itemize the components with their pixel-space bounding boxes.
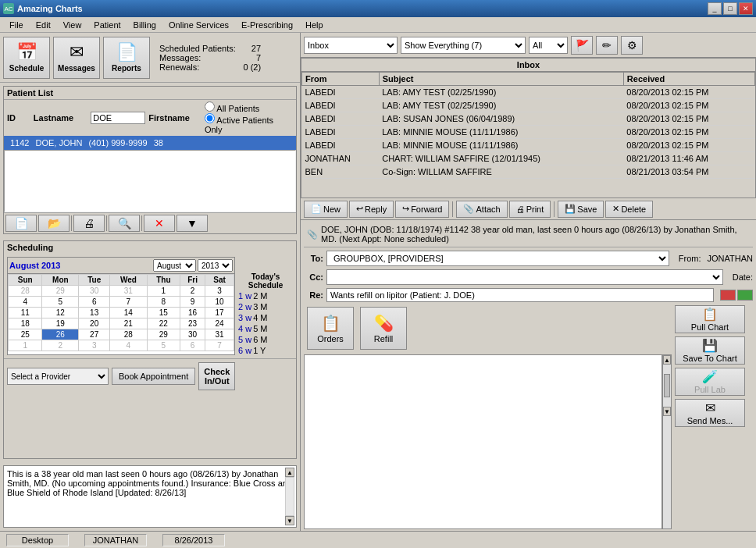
cc-select[interactable] xyxy=(326,269,723,285)
cal-day[interactable]: 23 xyxy=(180,318,205,329)
inbox-row[interactable]: LABEDILAB: MINNIE MOUSE (11/11/1986)08/2… xyxy=(302,139,755,152)
new-message-button[interactable]: 📄 New xyxy=(304,201,348,218)
cal-day[interactable]: 26 xyxy=(42,329,79,340)
color-green[interactable] xyxy=(737,290,753,301)
cal-day[interactable]: 29 xyxy=(42,286,79,297)
cal-day[interactable]: 10 xyxy=(205,297,234,308)
inbox-row[interactable]: BENCo-Sign: WILLIAM SAFFIRE08/21/2013 03… xyxy=(302,165,755,179)
print-button[interactable]: 🖨 Print xyxy=(509,201,551,218)
refill-button[interactable]: 💊 Refill xyxy=(360,307,407,350)
attach-button[interactable]: 📎 Attach xyxy=(456,201,507,218)
cal-day[interactable]: 5 xyxy=(147,340,180,351)
body-scroll-down[interactable]: ▼ xyxy=(663,407,671,416)
pl-delete-button[interactable]: ✕ xyxy=(144,215,175,232)
cal-day[interactable]: 1 xyxy=(147,286,180,297)
inbox-row[interactable]: LABEDILAB: AMY TEST (02/25/1990)08/20/20… xyxy=(302,86,755,99)
menu-patient[interactable]: Patient xyxy=(87,19,127,31)
cal-day[interactable]: 13 xyxy=(79,308,110,318)
attach-small-button[interactable]: 📎 xyxy=(307,230,318,240)
checkin-button[interactable]: CheckIn/Out xyxy=(198,362,235,390)
color-red[interactable] xyxy=(720,290,736,301)
pull-lab-button[interactable]: 🧪 Pull Lab xyxy=(675,368,745,396)
cal-day[interactable]: 31 xyxy=(205,329,234,340)
cal-day[interactable]: 7 xyxy=(110,297,148,308)
cal-day[interactable]: 28 xyxy=(110,329,148,340)
cal-day[interactable]: 9 xyxy=(180,297,205,308)
body-scroll-thumb[interactable] xyxy=(664,374,670,397)
patient-info-scrollbar[interactable]: ▲ ▼ xyxy=(285,468,294,525)
cal-month-select[interactable]: August xyxy=(153,259,196,272)
cal-day[interactable]: 2 xyxy=(42,340,79,351)
cal-day[interactable]: 6 xyxy=(79,297,110,308)
all-patients-radio-label[interactable]: All Patients xyxy=(205,101,293,113)
cal-day[interactable]: 31 xyxy=(110,286,148,297)
cal-day[interactable]: 12 xyxy=(42,308,79,318)
active-patients-radio-label[interactable]: Active Patients Only xyxy=(205,113,293,134)
cal-day[interactable]: 3 xyxy=(205,286,234,297)
cal-day[interactable]: 22 xyxy=(147,318,180,329)
maximize-button[interactable]: □ xyxy=(723,2,737,15)
pl-search-button[interactable]: 🔍 xyxy=(109,215,140,232)
cal-day[interactable]: 28 xyxy=(9,286,42,297)
scroll-down-button[interactable]: ▼ xyxy=(285,516,294,525)
inbox-settings-button[interactable]: ⚙ xyxy=(621,36,643,55)
save-to-chart-button[interactable]: 💾 Save To Chart xyxy=(675,336,745,365)
cal-day[interactable]: 29 xyxy=(147,329,180,340)
inbox-all-select[interactable]: All xyxy=(529,37,568,54)
schedule-button[interactable]: 📅 Schedule xyxy=(3,37,50,79)
re-input[interactable] xyxy=(326,288,714,302)
to-select[interactable]: GROUPBOX, [PROVIDERS] xyxy=(326,251,669,266)
cal-day[interactable]: 3 xyxy=(79,340,110,351)
window-controls[interactable]: _ □ ✕ xyxy=(708,2,753,15)
reply-button[interactable]: ↩ Reply xyxy=(349,201,394,218)
cal-day[interactable]: 17 xyxy=(205,308,234,318)
cal-day[interactable]: 19 xyxy=(42,318,79,329)
cal-day[interactable]: 2 xyxy=(180,286,205,297)
send-message-button[interactable]: ✉ Send Mes... xyxy=(675,399,745,427)
active-patients-radio[interactable] xyxy=(205,113,215,123)
cal-day[interactable]: 30 xyxy=(180,329,205,340)
menu-view[interactable]: View xyxy=(57,19,88,31)
pl-more-button[interactable]: ▼ xyxy=(177,215,208,232)
cal-year-select[interactable]: 2013 xyxy=(198,259,233,272)
cal-day[interactable]: 30 xyxy=(79,286,110,297)
cal-day[interactable]: 4 xyxy=(9,297,42,308)
messages-button[interactable]: ✉ Messages xyxy=(53,37,100,79)
pull-chart-button[interactable]: 📋 Pull Chart xyxy=(675,305,745,333)
menu-eprescribing[interactable]: E-Prescribing xyxy=(235,19,299,31)
inbox-row[interactable]: LABEDILAB: SUSAN JONES (06/04/1989)08/20… xyxy=(302,112,755,126)
scroll-track[interactable] xyxy=(285,477,294,516)
cal-day[interactable]: 4 xyxy=(110,340,148,351)
pl-new-button[interactable]: 📄 xyxy=(5,215,37,232)
forward-button[interactable]: ↪ Forward xyxy=(395,201,449,218)
cal-day[interactable]: 11 xyxy=(9,308,42,318)
menu-help[interactable]: Help xyxy=(299,19,330,31)
message-scrollbar[interactable]: ▲ ▼ xyxy=(662,354,672,529)
inbox-main-select[interactable]: Inbox xyxy=(304,37,398,54)
pl-print-button[interactable]: 🖨 xyxy=(73,215,105,232)
message-body-textarea[interactable] xyxy=(304,354,662,529)
cal-day[interactable]: 27 xyxy=(79,329,110,340)
menu-edit[interactable]: Edit xyxy=(30,19,57,31)
cal-day[interactable]: 25 xyxy=(9,329,42,340)
scroll-up-button[interactable]: ▲ xyxy=(285,468,294,477)
orders-button[interactable]: 📋 Orders xyxy=(307,307,354,350)
cal-day[interactable]: 7 xyxy=(205,340,234,351)
cal-day[interactable]: 15 xyxy=(147,308,180,318)
cal-day[interactable]: 24 xyxy=(205,318,234,329)
all-patients-radio[interactable] xyxy=(205,101,215,112)
close-button[interactable]: ✕ xyxy=(739,2,753,15)
body-scroll-up[interactable]: ▲ xyxy=(663,355,671,365)
cal-day[interactable]: 20 xyxy=(79,318,110,329)
save-button[interactable]: 💾 Save xyxy=(558,201,604,218)
inbox-row[interactable]: LABEDILAB: AMY TEST (02/25/1990)08/20/20… xyxy=(302,99,755,112)
cal-day[interactable]: 14 xyxy=(110,308,148,318)
inbox-edit-button[interactable]: ✏ xyxy=(596,36,618,55)
menu-file[interactable]: File xyxy=(3,19,30,31)
delete-button[interactable]: ✕ Delete xyxy=(605,201,653,218)
book-appointment-button[interactable]: Book Appointment xyxy=(112,368,195,385)
cal-day[interactable]: 1 xyxy=(9,340,42,351)
cal-day[interactable]: 16 xyxy=(180,308,205,318)
cal-day[interactable]: 6 xyxy=(180,340,205,351)
cal-day[interactable]: 18 xyxy=(9,318,42,329)
